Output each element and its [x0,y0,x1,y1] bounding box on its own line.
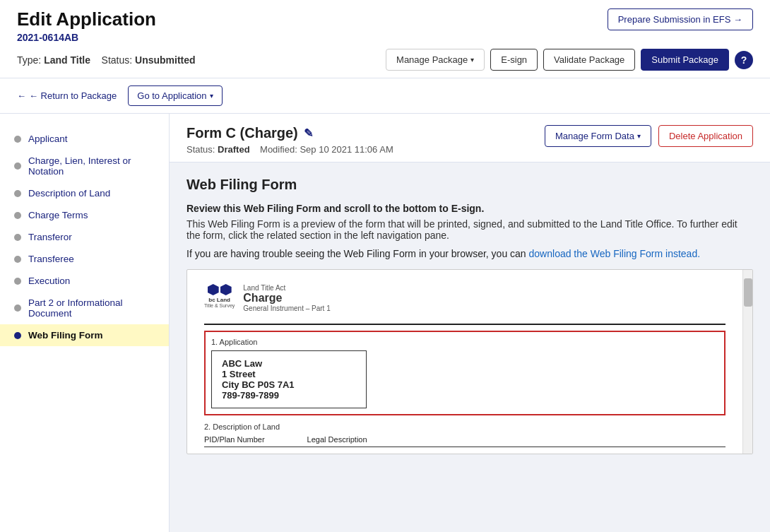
applicant-line-4: 789-789-7899 [222,390,356,401]
applicant-line-2: 1 Street [222,369,356,379]
dot-icon [14,256,21,263]
chevron-down-icon: ▾ [637,132,641,140]
status-drafted: Drafted [218,144,250,155]
review-bold-text: Review this Web Filing Form and scroll t… [186,203,753,214]
app-id: 2021-0614AB [17,32,156,43]
sidebar-item-charge[interactable]: Charge, Lien, Interest or Notation [0,150,169,182]
form-header: Form C (Charge) ✎ Status: Drafted Modifi… [170,114,770,162]
form-title: Form C (Charge) ✎ [186,125,393,141]
arrow-left-icon: ← [17,90,26,101]
sidebar-item-label: Description of Land [28,188,110,199]
bc-land-logo: bc Land Title & Survey [204,284,235,308]
modified-value: Sep 10 2021 11:06 AM [300,144,393,155]
review-subtext: This Web Filing Form is a preview of the… [186,218,753,241]
edit-icon[interactable]: ✎ [304,126,313,140]
sidebar-item-web-filing-form[interactable]: Web Filing Form [0,324,169,346]
submit-package-button[interactable]: Submit Package [641,49,729,71]
pid-header: PID/Plan Number [204,435,265,444]
manage-form-data-button[interactable]: Manage Form Data ▾ [545,125,651,147]
chevron-down-icon: ▾ [470,56,474,64]
section-1-label: 1. Application [211,338,718,346]
sidebar-item-part2[interactable]: Part 2 or Informational Document [0,292,169,324]
legal-header: Legal Description [307,435,367,444]
sidebar-item-description-land[interactable]: Description of Land [0,182,169,204]
sidebar-item-label: Part 2 or Informational Document [28,297,155,319]
sidebar-item-label: Web Filing Form [28,330,103,341]
form-preview-wrapper: bc Land Title & Survey Land Title Act Ch… [186,269,753,454]
status-value: Unsubmitted [135,54,196,66]
modified-label: Modified: [260,144,297,155]
applicant-line-3: City BC P0S 7A1 [222,379,356,390]
manage-package-button[interactable]: Manage Package ▾ [386,49,485,71]
sidebar-item-label: Charge Terms [28,210,88,220]
desc-header: PID/Plan Number Legal Description [204,435,725,447]
sidebar-item-transferor[interactable]: Transferor [0,226,169,248]
sidebar-item-charge-terms[interactable]: Charge Terms [0,204,169,226]
sidebar-item-applicant[interactable]: Applicant [0,128,169,150]
chevron-down-icon: ▾ [210,92,213,100]
prepare-submission-btn-wrapper[interactable]: Prepare Submission in EFS → [608,8,753,30]
status-label: Status: [186,144,215,155]
section-2-description: 2. Description of Land PID/Plan Number L… [204,422,725,447]
status-label: Status: [102,54,133,66]
section-1-application: 1. Application ABC Law 1 Street City BC … [204,331,725,415]
sidebar-item-label: Transferor [28,232,72,242]
dot-icon [14,136,21,143]
go-to-application-button[interactable]: Go to Application ▾ [128,85,222,106]
dot-icon [14,212,21,219]
return-to-package-link[interactable]: ← ← Return to Package [17,90,117,101]
sidebar-item-label: Execution [28,276,70,286]
sidebar-item-label: Charge, Lien, Interest or Notation [28,155,155,177]
type-value: Land Title [44,54,90,66]
validate-package-button[interactable]: Validate Package [543,49,635,71]
dot-icon [14,190,21,197]
dot-icon [14,234,21,241]
header-actions: Manage Package ▾ E-sign Validate Package… [386,49,753,71]
form-preview-header: bc Land Title & Survey Land Title Act Ch… [204,284,725,312]
page-title: Edit Application [17,8,156,30]
top-header: Edit Application 2021-0614AB Prepare Sub… [0,0,770,78]
section-2-label: 2. Description of Land [204,422,725,431]
sidebar-item-label: Applicant [28,134,68,144]
web-filing-title: Web Filing Form [186,177,753,193]
web-filing-area: Web Filing Form Review this Web Filing F… [170,162,770,468]
sidebar-item-execution[interactable]: Execution [0,270,169,292]
form-actions: Manage Form Data ▾ Delete Application [545,125,753,147]
dot-icon [14,162,21,170]
help-button[interactable]: ? [735,51,753,69]
scrollbar-track[interactable] [742,270,752,454]
app-title-area: Edit Application 2021-0614AB [17,8,156,43]
nav-bar: ← ← Return to Package Go to Application … [0,78,770,114]
form-preview-inner: bc Land Title & Survey Land Title Act Ch… [187,270,742,454]
dot-active-icon [14,332,21,339]
download-link[interactable]: download the Web Filing Form instead. [529,248,701,259]
type-status-area: Type: Land Title Status: Unsubmitted [17,54,196,66]
applicant-info-box: ABC Law 1 Street City BC P0S 7A1 789-789… [211,350,367,408]
form-status: Status: Drafted Modified: Sep 10 2021 11… [186,144,393,155]
form-title-area: Form C (Charge) ✎ Status: Drafted Modifi… [186,125,393,155]
form-meta: Land Title Act Charge General Instrument… [243,284,330,312]
delete-application-button[interactable]: Delete Application [658,125,753,147]
dot-icon [14,305,21,312]
content-area: Form C (Charge) ✎ Status: Drafted Modifi… [170,114,770,532]
prepare-submission-button[interactable]: Prepare Submission in EFS → [608,8,753,30]
dot-icon [14,278,21,285]
scrollbar-thumb[interactable] [744,278,752,307]
main-layout: Applicant Charge, Lien, Interest or Nota… [0,114,770,532]
trouble-text: If you are having trouble seeing the Web… [186,248,753,259]
applicant-line-1: ABC Law [222,358,356,369]
type-label: Type: [17,54,41,66]
esign-button[interactable]: E-sign [490,49,538,71]
sidebar-item-label: Transferee [28,254,74,264]
sidebar: Applicant Charge, Lien, Interest or Nota… [0,114,170,532]
return-to-package-label: ← Return to Package [29,90,117,101]
sidebar-item-transferee[interactable]: Transferee [0,248,169,270]
